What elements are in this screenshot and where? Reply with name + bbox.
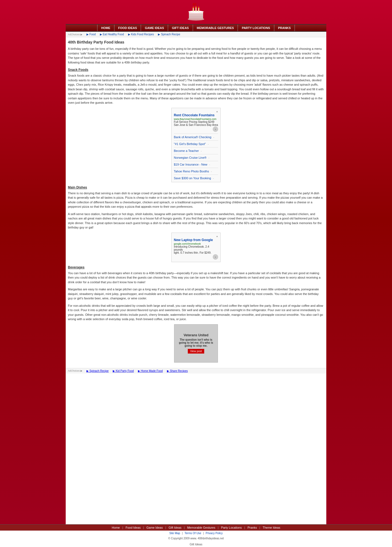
ad-teacher-title[interactable]: Become a Teacher -	[174, 149, 218, 152]
footer-party-link[interactable]: Party Locations	[221, 526, 242, 529]
section2-para1: There is no denying that serving a main …	[68, 191, 324, 209]
main-layout: 40th Birthday Party Food Ideas A birthda…	[66, 37, 326, 368]
nav-gift-ideas[interactable]: GIFT IDEAS	[168, 25, 193, 31]
footer-bottom: Site Map | Terms Of Use | Privacy Policy	[0, 531, 392, 536]
svg-rect-4	[189, 16, 203, 19]
adchoices-spinach2-link[interactable]: ▶ Spinach Recipe	[87, 369, 109, 372]
section3-heading: Beverages	[68, 265, 324, 269]
gilt-ideas-label: Gilt Ideas	[0, 541, 392, 547]
footer-memorable-link[interactable]: Memorable Gestures	[187, 526, 215, 529]
google-ad-label: ▲	[174, 235, 218, 238]
section3-para2: Margaritas are easy to make and a large …	[68, 287, 324, 301]
nav-game-ideas[interactable]: GAME IDEAS	[141, 25, 168, 31]
svg-rect-7	[195, 7, 197, 11]
content-wrapper: AdChoices ▶ ▶ Food ▶ Eat Healthy Food ▶ …	[66, 32, 326, 524]
ad-chocolate-nav: ›	[174, 126, 218, 132]
google-ad-desc: Introducing Chromebook. 2.4 poundslight.…	[174, 245, 218, 254]
footer-home-link[interactable]: Home	[112, 526, 120, 529]
google-ad-arrow[interactable]: ›	[213, 254, 218, 260]
svg-rect-8	[198, 8, 199, 11]
ad-separator6	[174, 168, 218, 168]
ad-separator3	[174, 147, 218, 147]
ad-next-arrow[interactable]: ›	[213, 126, 218, 132]
article-intro: A birthday party can be tons of fun, esp…	[68, 47, 324, 65]
nav-pranks[interactable]: PRANKS	[274, 25, 295, 31]
header-logo-area: 40	[0, 0, 392, 24]
adchoices-food-link[interactable]: ▶ Food	[87, 33, 96, 36]
adchoices-bottom-icon: AdChoices ▶	[68, 369, 82, 372]
ad-girl-title[interactable]: "#1 Girl's Birthday Spot" -	[174, 142, 218, 146]
inline-ad-chocolate: ▲ Rent Chocolate Fountains www.BayAreaCh…	[171, 108, 221, 182]
ad-chocolate-desc: Full Service Pricing Starting $249San Jo…	[174, 120, 218, 126]
section3-para3: For non-alcoholic drinks that will be ap…	[68, 303, 324, 322]
section1-body: Snack foods are a classic choice for a p…	[68, 73, 324, 105]
nav-memorable-gestures[interactable]: MEMORABLE GESTURES	[193, 25, 238, 31]
ad-separator4	[174, 154, 218, 154]
ad-separator5	[174, 161, 218, 161]
veterans-view-button[interactable]: View post	[188, 349, 204, 354]
adchoices-top-bar: AdChoices ▶ ▶ Food ▶ Eat Healthy Food ▶ …	[66, 32, 326, 37]
adchoices-kid-link[interactable]: ▶ Kid Party Food	[113, 369, 134, 372]
google-chromebook-ad: ▲ New Laptop from Google google.com/chro…	[171, 233, 221, 262]
ad-bank-title[interactable]: Bank of America® Checking -	[174, 135, 218, 139]
ad-chocolate-title[interactable]: Rent Chocolate Fountains	[174, 113, 218, 117]
ad-separator7	[174, 175, 218, 175]
ad-chocolate-url: www.BayAreaChocolateFountains.com	[174, 118, 218, 120]
adchoices-spinach-link[interactable]: ▶ Spinach Recipe	[158, 33, 180, 36]
footer-nav: Home | Food Ideas | Game Ideas | Gift Id…	[0, 524, 392, 531]
section1-heading: Snack Foods	[68, 68, 324, 72]
footer-food-link[interactable]: Food Ideas	[126, 526, 141, 529]
ad-tahoe-title[interactable]: Tahoe Reno Photo Booths -	[174, 170, 218, 173]
adchoices-bottom-bar: AdChoices ▶ ▶ Spinach Recipe ▶ Kid Party…	[66, 368, 326, 374]
nav-home[interactable]: HOME	[97, 25, 114, 31]
veterans-ad: Veterans United The question isn't who i…	[174, 324, 218, 363]
footer-terms-link[interactable]: Terms Of Use	[185, 532, 201, 535]
ad-separator	[174, 134, 218, 134]
nav-food-ideas[interactable]: FOOD IDEAS	[114, 25, 141, 31]
veterans-subtext: The question isn't who is going to let m…	[177, 338, 215, 347]
footer-pranks-link[interactable]: Pranks	[247, 526, 257, 529]
google-ad-title[interactable]: New Laptop from Google	[174, 238, 218, 242]
footer-game-link[interactable]: Game Ideas	[146, 526, 163, 529]
ad-norwegian-title[interactable]: Norwegian Cruise Line® -	[174, 156, 218, 159]
section2-heading: Main Dishes	[68, 186, 324, 189]
svg-point-11	[198, 7, 199, 8]
google-ad-url: google.com/chromebook	[174, 242, 218, 245]
section3-para1: You can have a lot of fun with beverages…	[68, 271, 324, 285]
footer-theme-link[interactable]: Theme Ideas	[263, 526, 280, 529]
svg-rect-6	[193, 8, 194, 11]
footer-privacy-link[interactable]: Privacy Policy	[206, 532, 223, 535]
section2-para2: A self-serve taco station, hamburgers or…	[68, 212, 324, 230]
adchoices-homemade-link[interactable]: ▶ Home Made Food	[138, 369, 163, 372]
adchoices-icon: AdChoices ▶	[68, 33, 82, 36]
adchoices-kids-link[interactable]: ▶ Kids Food Recipes	[128, 33, 154, 36]
footer-gift-link[interactable]: Gift Ideas	[169, 526, 181, 529]
svg-point-9	[193, 7, 194, 8]
article-title: 40th Birthday Party Food Ideas	[68, 40, 324, 44]
svg-rect-3	[189, 14, 203, 16]
ad-save-title[interactable]: Save $300 on Your Booking -	[174, 176, 218, 180]
footer-copyright: © Copyright 2009 www. 40thbirthdayideas.…	[0, 536, 392, 541]
veterans-title: Veterans United	[184, 333, 209, 337]
adchoices-healthy-link[interactable]: ▶ Eat Healthy Food	[100, 33, 124, 36]
svg-text:40: 40	[192, 2, 196, 6]
ad-separator2	[174, 140, 218, 141]
page-wrapper: 40 HOME FOOD IDEAS GAME IDEAS GIFT IDEAS…	[0, 0, 392, 547]
main-nav: HOME FOOD IDEAS GAME IDEAS GIFT IDEAS ME…	[66, 24, 326, 32]
ad-top-label: ▲	[174, 110, 218, 113]
site-logo: 40	[185, 2, 207, 21]
footer-sitemap-link[interactable]: Site Map	[169, 532, 180, 535]
google-ad-nav: ›	[174, 254, 218, 260]
ad-car-title[interactable]: $19 Car Insurance - New -	[174, 163, 218, 166]
nav-party-locations[interactable]: PARTY LOCATIONS	[238, 25, 274, 31]
content-area: 40th Birthday Party Food Ideas A birthda…	[68, 40, 324, 365]
adchoices-share-link[interactable]: ▶ Share Recipes	[167, 369, 188, 372]
